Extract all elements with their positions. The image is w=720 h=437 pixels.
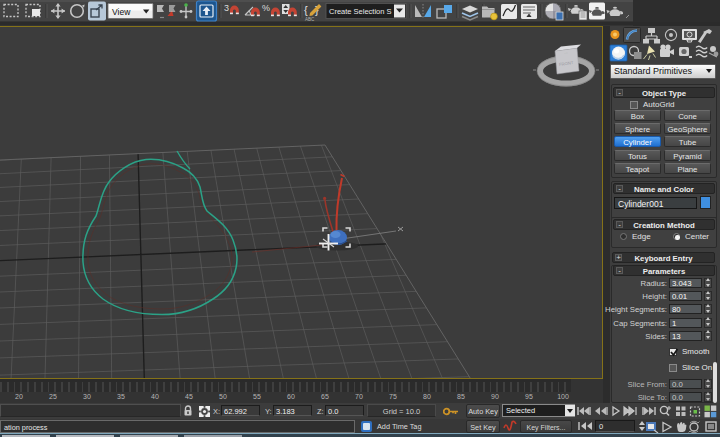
svg-text:%: % xyxy=(262,3,270,13)
svg-text:{: { xyxy=(304,4,308,16)
svg-text:3: 3 xyxy=(224,3,229,13)
svg-text:View: View xyxy=(112,7,131,17)
svg-text:···: ··· xyxy=(564,51,568,55)
svg-text:ABC: ABC xyxy=(305,17,315,22)
svg-text:Create Selection S: Create Selection S xyxy=(329,7,392,16)
